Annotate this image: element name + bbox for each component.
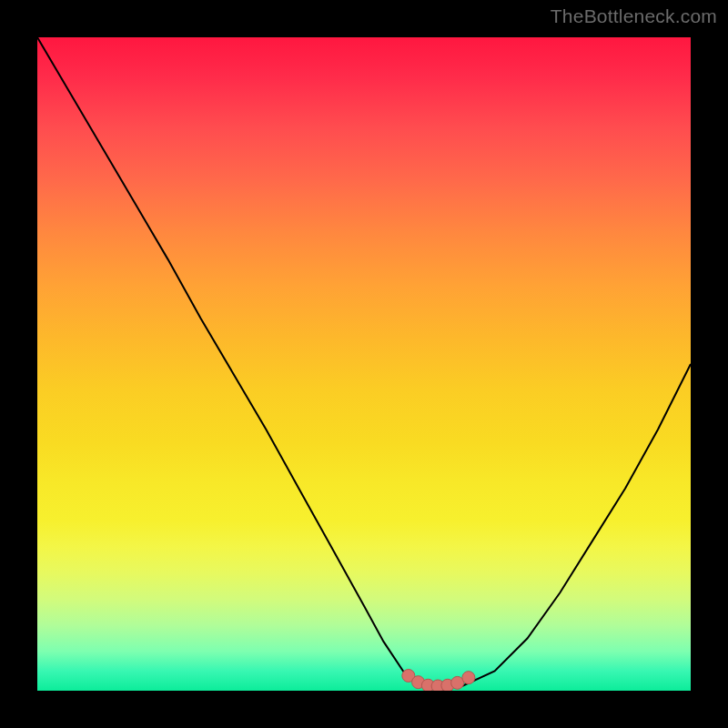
watermark-text: TheBottleneck.com [551,5,717,27]
marker-dot [462,672,475,684]
chart-svg [37,37,691,691]
plot-area [37,37,691,691]
chart-container: TheBottleneck.com [0,0,728,728]
optimal-range-markers [402,669,475,691]
curve-path [37,37,691,687]
bottleneck-curve [37,37,691,687]
